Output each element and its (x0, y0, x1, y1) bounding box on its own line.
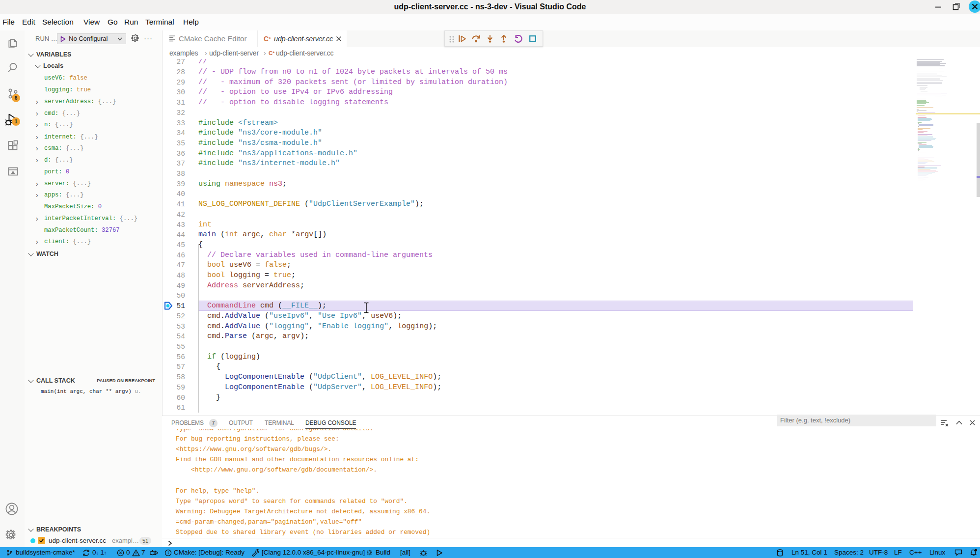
svg-text:C: C (269, 50, 272, 56)
svg-text:C: C (264, 35, 269, 43)
